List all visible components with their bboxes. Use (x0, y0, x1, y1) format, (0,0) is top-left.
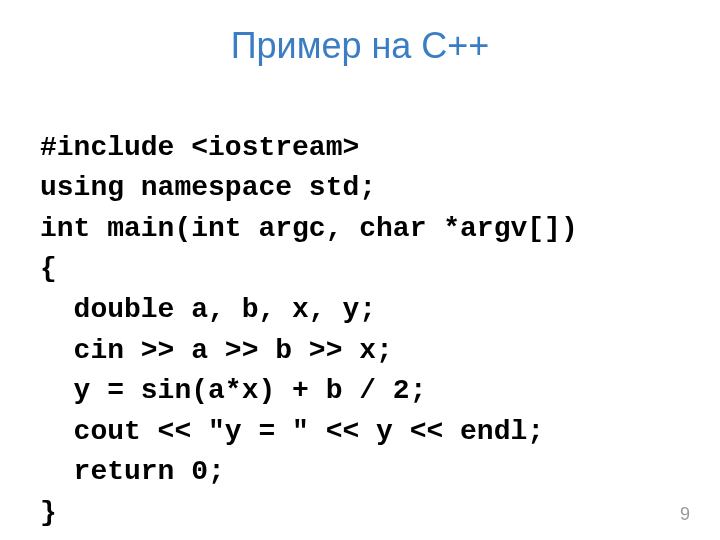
code-line: double a, b, x, y; (40, 294, 376, 325)
code-line: } (40, 497, 57, 528)
code-line: cout << "y = " << y << endl; (40, 416, 544, 447)
code-line: cin >> a >> b >> x; (40, 335, 393, 366)
page-number: 9 (680, 504, 690, 525)
slide-title: Пример на С++ (40, 25, 680, 67)
code-line: using namespace std; (40, 172, 376, 203)
code-block: #include <iostream> using namespace std;… (40, 87, 680, 534)
code-line: y = sin(a*x) + b / 2; (40, 375, 426, 406)
code-line: { (40, 253, 57, 284)
code-line: int main(int argc, char *argv[]) (40, 213, 578, 244)
code-line: #include <iostream> (40, 132, 359, 163)
code-line: return 0; (40, 456, 225, 487)
